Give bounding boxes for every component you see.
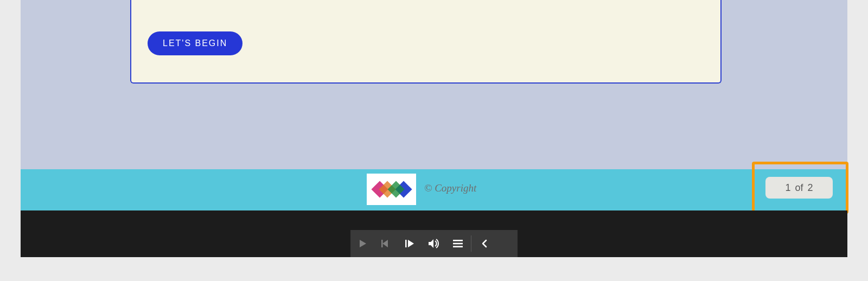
volume-button[interactable] <box>422 230 446 257</box>
play-icon <box>358 239 367 248</box>
chevron-left-icon <box>481 239 488 248</box>
player-controls <box>350 230 518 257</box>
svg-rect-7 <box>405 240 407 247</box>
menu-button[interactable] <box>446 230 470 257</box>
logo <box>367 174 416 205</box>
current-page: 1 <box>785 182 790 194</box>
svg-rect-12 <box>453 246 463 247</box>
lesson-card: LET'S BEGIN <box>130 0 722 84</box>
svg-rect-6 <box>381 240 383 247</box>
divider <box>471 235 471 252</box>
viewport: LET'S BEGIN © Copyright 1 of 2 <box>21 0 847 257</box>
svg-rect-11 <box>453 243 463 245</box>
total-pages: 2 <box>808 182 813 194</box>
volume-icon <box>429 239 439 248</box>
svg-marker-4 <box>360 240 366 247</box>
menu-icon <box>453 240 463 247</box>
copyright-text: © Copyright <box>424 182 476 194</box>
lets-begin-button[interactable]: LET'S BEGIN <box>148 31 242 55</box>
footer-bar: © Copyright <box>21 169 847 210</box>
play-button[interactable] <box>350 230 374 257</box>
svg-marker-8 <box>408 240 414 247</box>
of-label: of <box>795 182 803 194</box>
svg-marker-5 <box>382 240 388 247</box>
logo-diamonds-icon <box>371 178 412 200</box>
svg-rect-10 <box>453 240 463 241</box>
svg-marker-9 <box>429 239 433 248</box>
step-forward-button[interactable] <box>398 230 422 257</box>
step-back-icon <box>381 239 391 248</box>
page-indicator[interactable]: 1 of 2 <box>765 177 833 199</box>
step-back-button[interactable] <box>374 230 398 257</box>
content-area: LET'S BEGIN <box>21 0 847 169</box>
step-forward-icon <box>405 239 415 248</box>
collapse-button[interactable] <box>473 230 496 257</box>
